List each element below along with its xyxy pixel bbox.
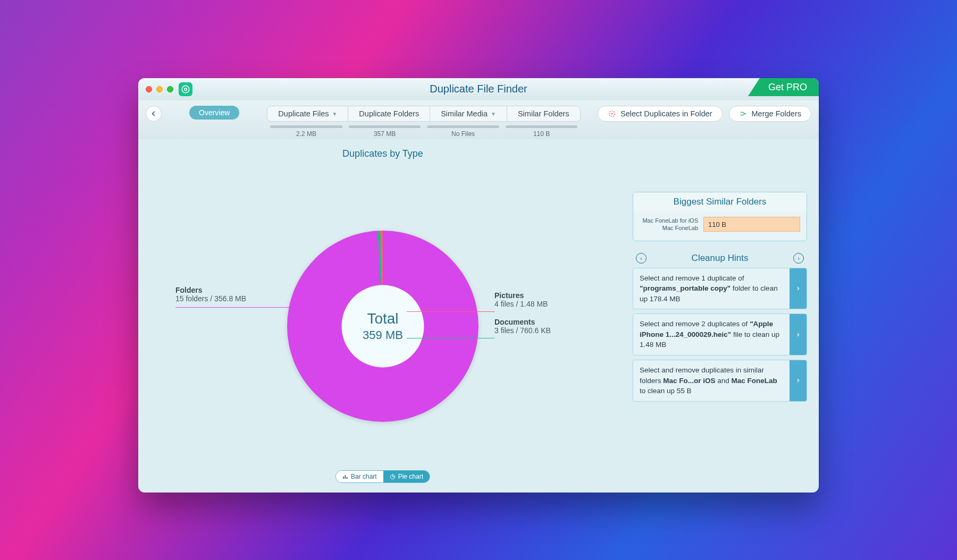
option-label: Pie chart	[398, 473, 423, 480]
button-label: Select Duplicates in Folder	[620, 109, 712, 118]
tab-duplicate-files[interactable]: Duplicate Files ▼	[267, 106, 348, 121]
chevron-right-icon	[795, 286, 801, 291]
svg-rect-5	[345, 475, 346, 479]
biggest-similar-row[interactable]: Mac FoneLab for iOS Mac FoneLab 110 B	[633, 211, 807, 241]
target-icon	[608, 109, 616, 118]
window-controls	[138, 86, 173, 92]
hints-title: Cleanup Hints	[692, 253, 749, 264]
chevron-right-icon	[795, 378, 801, 383]
zoom-icon[interactable]	[167, 86, 173, 92]
app-window: Duplicate File Finder Get PRO Overview D…	[138, 78, 819, 493]
leader-pictures: Pictures 4 files / 1.48 MB	[494, 291, 548, 308]
leader-documents: Documents 3 files / 760.6 KB	[494, 318, 551, 335]
hint-action-button[interactable]	[790, 268, 807, 309]
chart-type-toggle: Bar chart Pie chart	[335, 470, 430, 483]
main-content: Duplicates by Type Total 359 MB Folders …	[138, 139, 819, 493]
svg-rect-4	[343, 476, 344, 479]
window-title: Duplicate File Finder	[138, 83, 819, 95]
tab-similar-media[interactable]: Similar Media ▼	[430, 106, 507, 121]
chart-area: Duplicates by Type Total 359 MB Folders …	[138, 139, 627, 493]
tab-size: No Files	[424, 124, 502, 138]
hint-text: Select and remove 2 duplicates of "Apple…	[633, 314, 790, 355]
leader-folders: Folders 15 folders / 356.8 MB	[175, 286, 292, 303]
leader-line	[175, 307, 298, 308]
merge-folders-button[interactable]: Merge Folders	[729, 106, 811, 122]
leader-label: Documents	[494, 318, 551, 326]
leader-line	[407, 338, 494, 338]
hints-prev-button[interactable]: ‹	[636, 253, 647, 264]
leader-label: Folders	[175, 286, 292, 294]
app-icon	[179, 82, 192, 96]
pie-chart-icon	[390, 474, 396, 480]
button-label: Merge Folders	[752, 109, 801, 118]
leader-sub: 3 files / 760.6 KB	[494, 326, 551, 335]
option-label: Bar chart	[351, 473, 377, 480]
category-tabs: Duplicate Files ▼ Duplicate Folders Simi…	[267, 106, 581, 138]
hint-text: Select and remove duplicates in similar …	[633, 360, 790, 401]
leader-sub: 15 folders / 356.8 MB	[175, 294, 292, 303]
donut-ring: Total 359 MB	[287, 231, 478, 422]
overview-button[interactable]: Overview	[189, 106, 239, 120]
tab-label: Duplicate Folders	[359, 109, 419, 118]
svg-point-3	[611, 113, 613, 115]
tab-similar-folders[interactable]: Similar Folders	[507, 106, 580, 121]
tab-label: Similar Folders	[518, 109, 569, 118]
tab-label: Similar Media	[441, 109, 488, 118]
leader-sub: 4 files / 1.48 MB	[494, 300, 548, 308]
cleanup-hint: Select and remove duplicates in similar …	[633, 360, 807, 402]
hints-next-button[interactable]: ›	[793, 253, 804, 264]
chevron-right-icon	[795, 332, 801, 337]
hint-action-button[interactable]	[790, 360, 807, 401]
tab-size: 357 MB	[346, 124, 424, 138]
svg-point-1	[184, 88, 187, 90]
side-panel: Biggest Similar Folders Mac FoneLab for …	[627, 139, 819, 493]
cleanup-hint: Select and remove 1 duplicate of "progra…	[633, 268, 807, 310]
bar-chart-icon	[342, 474, 348, 480]
size-value: 110 B	[708, 220, 726, 228]
chart-title: Duplicates by Type	[138, 148, 627, 159]
donut-chart: Total 359 MB Folders 15 folders / 356.8 …	[138, 159, 627, 457]
total-label: Total	[367, 310, 398, 327]
cleanup-hint: Select and remove 2 duplicates of "Apple…	[633, 313, 807, 355]
chevron-down-icon: ▼	[491, 111, 496, 117]
panel-title: Biggest Similar Folders	[633, 192, 807, 211]
minimize-icon[interactable]	[156, 86, 163, 92]
titlebar: Duplicate File Finder Get PRO	[138, 78, 819, 100]
leader-line	[407, 311, 494, 312]
pie-chart-option[interactable]: Pie chart	[383, 471, 430, 482]
tab-size: 2.2 MB	[267, 124, 346, 138]
cleanup-hints-section: ‹ Cleanup Hints › Select and remove 1 du…	[633, 253, 807, 402]
tab-duplicate-folders[interactable]: Duplicate Folders	[348, 106, 430, 121]
biggest-similar-panel: Biggest Similar Folders Mac FoneLab for …	[633, 192, 807, 241]
select-duplicates-button[interactable]: Select Duplicates in Folder	[598, 106, 722, 122]
close-icon[interactable]	[146, 86, 152, 92]
total-value: 359 MB	[363, 328, 403, 342]
toolbar: Overview Duplicate Files ▼ Duplicate Fol…	[138, 100, 819, 139]
folder-name: Mac FoneLab for iOS	[640, 217, 698, 224]
merge-icon	[739, 109, 748, 118]
back-button[interactable]	[146, 106, 162, 122]
tab-label: Duplicate Files	[278, 109, 329, 118]
svg-point-0	[182, 86, 189, 93]
tab-size: 110 B	[502, 124, 581, 138]
get-pro-button[interactable]: Get PRO	[748, 78, 819, 96]
folder-name: Mac FoneLab	[640, 224, 698, 232]
hint-text: Select and remove 1 duplicate of "progra…	[633, 268, 790, 309]
donut-center: Total 359 MB	[342, 285, 424, 367]
leader-label: Pictures	[494, 291, 548, 300]
size-bar: 110 B	[703, 217, 800, 232]
chevron-down-icon: ▼	[332, 111, 337, 117]
folder-pair-labels: Mac FoneLab for iOS Mac FoneLab	[640, 217, 698, 232]
bar-chart-option[interactable]: Bar chart	[336, 471, 383, 482]
hint-action-button[interactable]	[790, 314, 807, 355]
svg-rect-6	[347, 477, 348, 478]
